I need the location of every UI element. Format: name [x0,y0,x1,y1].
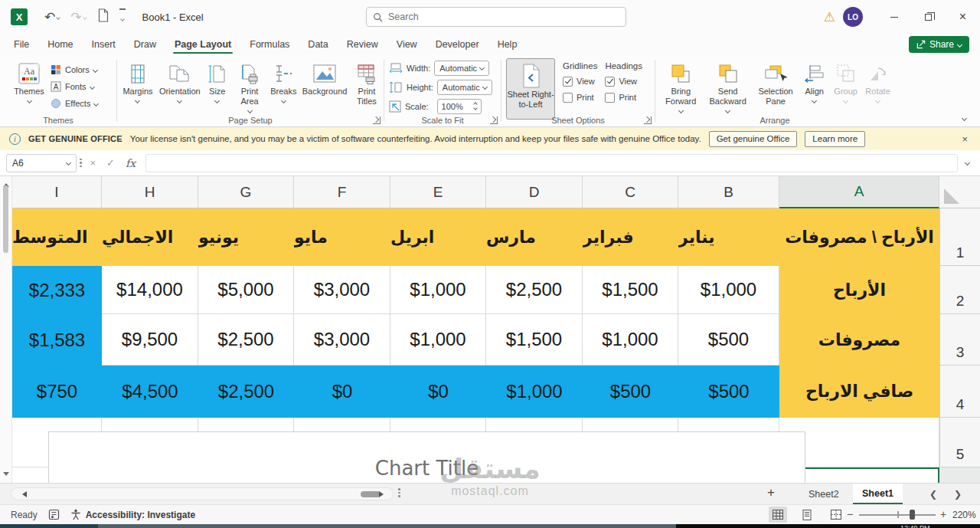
vertical-scrollbar-thumb[interactable] [3,185,8,253]
search-box[interactable] [366,7,626,27]
redo-button[interactable]: ↷ [70,9,86,25]
cell[interactable]: $2,333 [12,266,102,314]
page-layout-view-button[interactable] [798,507,816,523]
share-button[interactable]: Share [909,36,969,53]
tab-home[interactable]: Home [38,34,82,55]
name-box[interactable]: A6 [6,154,77,172]
horizontal-scrollbar[interactable] [11,487,394,500]
fonts-button[interactable]: A Fonts [51,78,98,95]
cell[interactable]: $1,000 [583,314,678,366]
gridlines-print-checkbox[interactable]: Print [563,90,597,104]
cell[interactable]: $2,500 [198,314,294,366]
scale-to-fit-dialog-launcher[interactable] [490,116,498,124]
normal-view-button[interactable] [769,507,787,523]
cell[interactable]: $1,000 [486,366,583,418]
headings-print-checkbox[interactable]: Print [605,90,642,104]
cell[interactable]: $3,000 [294,314,390,366]
cell[interactable]: $500 [583,366,678,418]
tab-developer[interactable]: Developer [426,34,488,55]
row-header-5[interactable]: 5 [939,418,980,467]
column-header-H[interactable]: H [102,176,198,208]
embedded-chart[interactable]: Chart Title [48,431,805,483]
scroll-left-icon[interactable] [19,491,27,497]
cell[interactable]: مايو [294,208,390,266]
cell[interactable]: $1,000 [390,266,486,314]
search-input[interactable] [388,11,603,22]
zoom-out-icon[interactable]: − [847,508,853,520]
sheet-nav-prev-icon[interactable]: ❮ [929,489,937,500]
tab-splitter-handle[interactable] [398,488,400,497]
enter-icon[interactable]: ✓ [106,157,115,169]
sheet-options-dialog-launcher[interactable] [644,116,652,124]
scale-spinner[interactable]: 100% [437,99,482,114]
message-close-icon[interactable]: × [962,133,968,145]
cell[interactable]: $750 [12,366,102,418]
row-header-4[interactable]: 4 [939,366,980,418]
cell[interactable]: $500 [678,366,779,418]
name-box-splitter[interactable] [80,159,82,168]
scroll-right-icon[interactable] [379,491,387,497]
width-select[interactable]: Automatic [434,61,489,76]
cell[interactable]: مارس [486,208,583,266]
zoom-slider-thumb[interactable] [910,510,915,520]
horizontal-scrollbar-thumb[interactable] [361,491,381,497]
page-break-preview-button[interactable] [827,507,845,523]
page-setup-dialog-launcher[interactable] [373,116,381,124]
cell[interactable]: الاجمالي [102,208,198,266]
column-header-D[interactable]: D [486,176,583,208]
cell[interactable]: $2,500 [198,366,294,418]
cell[interactable]: الأرباح [779,266,939,314]
tab-page-layout[interactable]: Page Layout [165,34,240,55]
cancel-icon[interactable]: × [90,157,96,169]
zoom-in-icon[interactable]: + [940,508,946,520]
cell[interactable]: $2,500 [486,266,583,314]
cell[interactable]: $14,000 [102,266,198,314]
cell[interactable]: فبراير [583,208,678,266]
cell[interactable]: الأرباح \ مصروفات [779,208,939,266]
minimize-button[interactable] [877,0,911,34]
insert-function-icon[interactable]: fx [126,157,136,169]
column-header-C[interactable]: C [583,176,678,208]
scroll-down-icon[interactable] [3,472,9,479]
cell[interactable]: $5,000 [198,266,294,314]
sheet-nav-next-icon[interactable]: ❯ [954,489,962,500]
tab-file[interactable]: File [5,34,38,55]
accessibility-status[interactable]: Accessibility: Investigate [70,509,195,520]
cell[interactable]: يناير [678,208,779,266]
cell[interactable]: $0 [294,366,390,418]
gridlines-view-checkbox[interactable]: View [563,74,597,88]
cell[interactable]: $9,500 [102,314,198,366]
customize-toolbar-button[interactable] [119,8,126,25]
collapse-ribbon-icon[interactable] [962,116,967,121]
sheet-right-to-left-button[interactable]: Sheet Right-to-Left [506,58,555,120]
headings-view-checkbox[interactable]: View [605,74,642,88]
learn-more-button[interactable]: Learn more [805,131,865,147]
cell[interactable]: مصروفات [779,314,939,366]
undo-button[interactable]: ↶ [44,9,60,25]
tab-formulas[interactable]: Formulas [240,34,299,55]
account-avatar[interactable]: LO [843,7,863,27]
row-header-6-partial[interactable] [939,467,980,483]
row-header-3[interactable]: 3 [939,314,980,366]
cell[interactable]: $1,000 [678,266,779,314]
cell[interactable]: $1,000 [390,314,486,366]
formula-input[interactable] [145,154,958,172]
select-all-corner[interactable] [939,176,980,208]
cell[interactable]: $1,500 [486,314,583,366]
tab-draw[interactable]: Draw [125,34,165,55]
column-header-G[interactable]: G [198,176,294,208]
column-header-E[interactable]: E [390,176,486,208]
tab-view[interactable]: View [387,34,426,55]
height-select[interactable]: Automatic [437,80,492,95]
close-button[interactable]: × [946,0,980,34]
effects-button[interactable]: Effects [51,95,98,112]
column-header-B[interactable]: B [678,176,779,208]
new-file-button[interactable] [97,8,109,25]
cell[interactable]: $4,500 [102,366,198,418]
colors-button[interactable]: Colors [51,61,98,78]
column-header-A-selected[interactable]: A [779,176,939,208]
cell[interactable]: يونيو [198,208,294,266]
cell[interactable]: صافي الارباح [779,366,939,418]
macro-record-button[interactable] [48,509,60,520]
cell[interactable]: المتوسط [12,208,102,266]
